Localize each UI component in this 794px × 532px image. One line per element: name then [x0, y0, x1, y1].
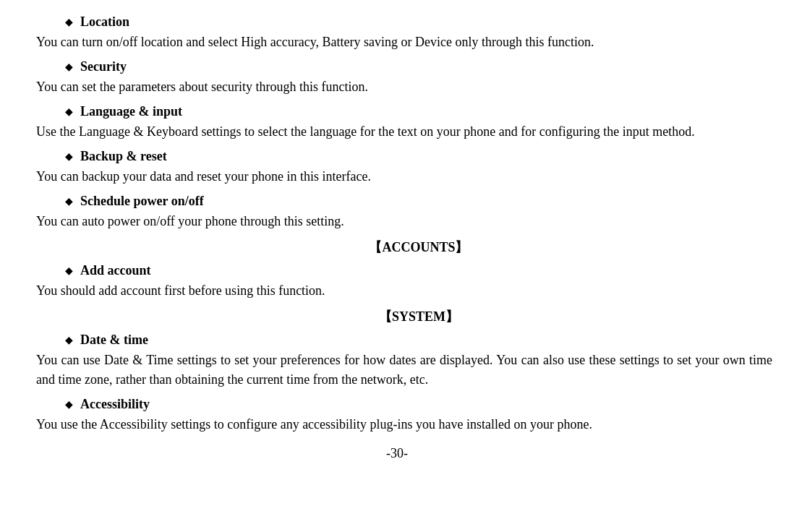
security-title: Security: [80, 59, 127, 74]
page-content: ◆ Location You can turn on/off location …: [22, 14, 772, 461]
diamond-icon: ◆: [65, 150, 73, 163]
language-title: Language & input: [80, 104, 182, 119]
language-body: Use the Language & Keyboard settings to …: [22, 122, 772, 142]
diamond-icon: ◆: [65, 61, 73, 73]
accessibility-body: You use the Accessibility settings to co…: [22, 415, 772, 434]
security-heading: ◆ Security: [22, 59, 772, 74]
diamond-icon: ◆: [65, 265, 73, 277]
schedule-title: Schedule power on/off: [80, 194, 204, 209]
backup-body: You can backup your data and reset your …: [22, 167, 772, 186]
backup-title: Backup & reset: [80, 149, 167, 164]
accessibility-title: Accessibility: [80, 397, 150, 412]
location-heading: ◆ Location: [22, 14, 772, 30]
language-heading: ◆ Language & input: [22, 104, 772, 119]
add-account-title: Add account: [80, 263, 151, 278]
accounts-header: 【ACCOUNTS】: [22, 239, 772, 256]
diamond-icon: ◆: [65, 398, 73, 411]
date-time-heading: ◆ Date & time: [22, 332, 772, 348]
schedule-body: You can auto power on/off your phone thr…: [22, 212, 772, 231]
diamond-icon: ◆: [65, 16, 73, 28]
backup-heading: ◆ Backup & reset: [22, 149, 772, 164]
system-header: 【SYSTEM】: [22, 308, 772, 325]
security-body: You can set the parameters about securit…: [22, 77, 772, 97]
add-account-body: You should add account first before usin…: [22, 281, 772, 301]
location-body: You can turn on/off location and select …: [22, 33, 772, 52]
page-number: -30-: [22, 446, 772, 461]
accessibility-heading: ◆ Accessibility: [22, 397, 772, 412]
schedule-heading: ◆ Schedule power on/off: [22, 194, 772, 209]
diamond-icon: ◆: [65, 195, 73, 207]
date-time-body: You can use Date & Time settings to set …: [22, 351, 772, 390]
diamond-icon: ◆: [65, 106, 73, 118]
date-time-title: Date & time: [80, 332, 148, 348]
add-account-heading: ◆ Add account: [22, 263, 772, 278]
diamond-icon: ◆: [65, 334, 73, 346]
location-title: Location: [80, 14, 129, 30]
